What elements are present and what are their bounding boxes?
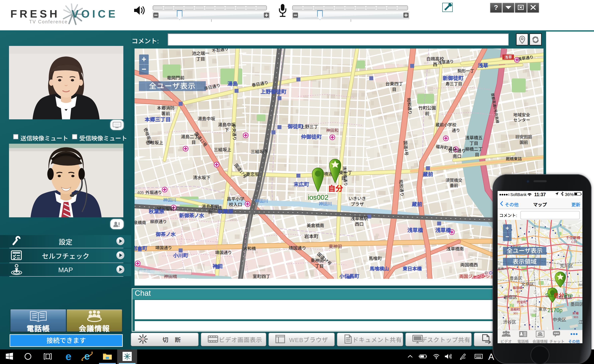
svg-text:神田和: 神田和: [326, 128, 339, 133]
svg-text:上野御徒町: 上野御徒町: [260, 89, 286, 95]
svg-text:西: 西: [433, 62, 437, 67]
svg-text:靖国通り: 靖国通り: [155, 245, 172, 250]
svg-text:新御茶ノ水: 新御茶ノ水: [179, 213, 204, 218]
svg-text:浅草橋南: 浅草橋南: [446, 246, 464, 251]
svg-text:板橋JCT: 板橋JCT: [498, 267, 509, 270]
svg-text:高樹町: 高樹町: [510, 308, 520, 311]
svg-text:南口: 南口: [453, 154, 461, 159]
svg-text:プラザ: プラザ: [351, 202, 364, 207]
svg-text:靖国通り: 靖国通り: [215, 250, 232, 255]
svg-text:江: 江: [578, 320, 582, 325]
svg-text:飯田橋: 飯田橋: [513, 286, 522, 290]
svg-text:両国橋西: 両国橋西: [460, 263, 478, 267]
svg-text:前: 前: [425, 111, 429, 116]
svg-text:いきいき: いきいき: [349, 196, 366, 201]
svg-text:竹町公園: 竹町公園: [418, 106, 436, 111]
svg-text:下: 下: [224, 128, 229, 133]
svg-text:301: 301: [513, 312, 518, 315]
svg-text:浅草橋: 浅草橋: [435, 227, 451, 233]
svg-text:校入口: 校入口: [229, 202, 242, 207]
svg-text:通り: 通り: [452, 128, 460, 133]
svg-text:湯島中坂: 湯島中坂: [198, 116, 215, 121]
svg-text:浅草: 浅草: [478, 63, 488, 69]
svg-text:湯島: 湯島: [227, 81, 238, 87]
svg-text:千住新橋: 千住新橋: [566, 236, 580, 240]
svg-text:豊島区: 豊島区: [510, 276, 522, 281]
svg-text:旧安田庭: 旧安田庭: [515, 135, 532, 139]
svg-text:本郷三丁目: 本郷三丁目: [144, 116, 171, 122]
svg-text:目: 目: [392, 87, 396, 92]
svg-text:木場: 木場: [572, 312, 579, 315]
svg-text:馬喰横山: 馬喰横山: [370, 266, 389, 271]
svg-text:三組坂上: 三組坂上: [214, 147, 231, 152]
svg-text:昌平小学: 昌平小学: [227, 196, 244, 202]
svg-text:新御徒町: 新御徒町: [443, 75, 464, 81]
svg-text:東日本橋: 東日本橋: [403, 266, 422, 271]
svg-text:中央通り: 中央通り: [231, 124, 237, 141]
svg-text:靖国通り: 靖国通り: [289, 246, 306, 251]
svg-text:馬喰町: 馬喰町: [369, 256, 382, 261]
svg-text:丁目: 丁目: [469, 141, 478, 146]
svg-text:405: 405: [137, 190, 144, 195]
svg-text:中央区: 中央区: [553, 317, 567, 322]
svg-text:御茶ノ水: 御茶ノ水: [155, 231, 176, 237]
svg-text:e: e: [66, 351, 71, 362]
svg-text:浅草: 浅草: [504, 55, 512, 59]
svg-text:室町四丁: 室町四丁: [253, 274, 270, 279]
svg-text:蔵前: 蔵前: [423, 171, 433, 177]
svg-text:万世橋: 万世橋: [209, 206, 222, 210]
svg-text:清水坂下: 清水坂下: [193, 175, 210, 180]
svg-text:e: e: [84, 351, 90, 362]
svg-text:須賀橋交: 須賀橋交: [446, 178, 462, 182]
svg-text:署前: 署前: [161, 111, 170, 116]
svg-text:池之端一: 池之端一: [192, 51, 209, 56]
svg-text:蔵前小学校: 蔵前小学校: [436, 122, 457, 127]
svg-text:和泉橋南: 和泉橋南: [135, 220, 146, 225]
svg-text:渋谷区: 渋谷区: [503, 320, 516, 325]
svg-text:竜岡門前: 竜岡門前: [167, 75, 184, 81]
svg-text:神田川: 神田川: [163, 198, 176, 202]
svg-text:蔵前: 蔵前: [412, 201, 422, 207]
svg-text:三組坂下: 三組坂下: [251, 149, 268, 154]
svg-text:丁目: 丁目: [315, 264, 324, 269]
svg-text:向6: 向6: [578, 283, 582, 286]
svg-text:園前: 園前: [520, 140, 528, 145]
svg-text:浅草橋: 浅草橋: [407, 227, 423, 233]
svg-text:丁目: 丁目: [196, 56, 205, 61]
svg-text:C37: C37: [571, 240, 577, 244]
svg-text:神田川: 神田川: [255, 199, 268, 203]
svg-text:浅草橋五: 浅草橋五: [465, 135, 483, 140]
svg-text:目: 目: [191, 140, 196, 145]
svg-text:神田: 神田: [212, 263, 223, 269]
svg-text:柳原通り: 柳原通り: [150, 219, 167, 224]
svg-text:大和橋: 大和橋: [243, 246, 256, 251]
svg-text:仲御徒町: 仲御徒町: [301, 134, 322, 140]
svg-text:番前: 番前: [450, 183, 458, 188]
svg-text:文京区: 文京区: [521, 282, 534, 287]
svg-text:岩本町: 岩本町: [304, 234, 318, 239]
svg-text:東京: 東京: [538, 307, 547, 311]
svg-text:台東四丁: 台東四丁: [385, 81, 403, 86]
svg-text:目: 目: [475, 152, 479, 157]
svg-text:御徒町: 御徒町: [287, 123, 303, 129]
svg-text:西口: 西口: [355, 222, 364, 227]
svg-text:センター: センター: [513, 118, 530, 122]
svg-text:本郷消防: 本郷消防: [157, 106, 175, 111]
svg-text:小伝馬町: 小伝馬町: [339, 273, 359, 279]
svg-text:駒形一丁: 駒形一丁: [458, 69, 474, 73]
svg-text:代官町: 代官町: [517, 301, 526, 304]
svg-text:寿三丁目: 寿三丁目: [446, 82, 462, 86]
svg-text:502: 502: [516, 290, 520, 293]
svg-text:新宿区: 新宿区: [504, 295, 517, 300]
svg-text:岩本町: 岩本町: [135, 245, 147, 251]
svg-text:東神田: 東神田: [329, 244, 342, 249]
svg-text:末広町: 末広町: [293, 182, 309, 187]
svg-text:903: 903: [574, 316, 578, 319]
svg-text:浅草橋駅: 浅草橋駅: [351, 216, 368, 221]
svg-text:柳橋二丁: 柳橋二丁: [465, 147, 483, 152]
svg-text:25: 25: [520, 304, 524, 308]
svg-text:荒川区: 荒川区: [560, 263, 573, 268]
svg-text:上野三丁: 上野三丁: [301, 124, 318, 129]
svg-text:秋葉原: 秋葉原: [149, 209, 164, 215]
svg-text:前: 前: [208, 210, 213, 215]
